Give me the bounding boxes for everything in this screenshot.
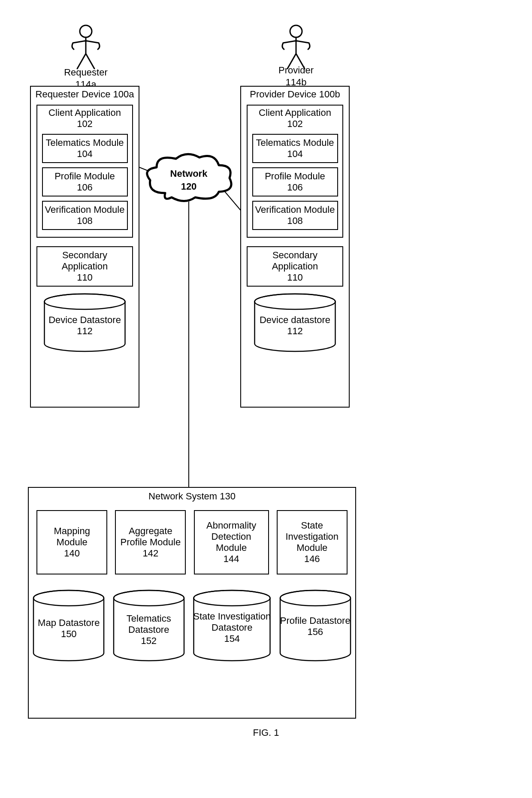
telematics-datastore-title: Telematics Datastore	[112, 613, 185, 635]
mapping-module-title: Mapping Module	[39, 526, 105, 548]
network-system-box: Network System 130 Mapping Module 140 Ag…	[28, 487, 356, 719]
requester-verification-box: Verification Module 108	[42, 201, 128, 230]
state-investigation-module-ref: 146	[279, 553, 345, 565]
requester-profile-box: Profile Module 106	[42, 167, 128, 196]
telematics-datastore-ref: 152	[112, 635, 185, 647]
requester-device-box: Requester Device 100a Client Application…	[30, 86, 139, 408]
profile-datastore: Profile Datastore 156	[279, 589, 352, 662]
provider-datastore-ref: 112	[253, 326, 337, 337]
abnormality-detection-module-title: Abnormality Detection Module	[196, 520, 266, 553]
map-datastore-title: Map Datastore	[32, 617, 105, 629]
provider-profile-title: Profile Module	[255, 171, 336, 182]
diagram-canvas: Requester 114a Provider 114b Requester D…	[0, 0, 532, 798]
provider-verification-box: Verification Module 108	[252, 201, 338, 230]
requester-device-datastore: Device Datastore 112	[43, 293, 127, 353]
state-investigation-datastore: State Investigation Datastore 154	[192, 589, 272, 662]
svg-point-3	[80, 25, 92, 37]
requester-device-title: Requester Device 100a	[31, 88, 139, 100]
state-investigation-datastore-title: State Investigation Datastore	[192, 611, 272, 633]
provider-client-app-box: Client Application 102 Telematics Module…	[247, 105, 343, 238]
provider-telematics-title: Telematics Module	[255, 137, 336, 148]
provider-secondary-app-box: Secondary Application 110	[247, 246, 343, 287]
map-datastore: Map Datastore 150	[32, 589, 105, 662]
profile-datastore-ref: 156	[279, 626, 352, 638]
provider-device-box: Provider Device 100b Client Application …	[240, 86, 350, 408]
requester-secondary-app-box: Secondary Application 110	[36, 246, 133, 287]
aggregate-profile-module-title: Aggregate Profile Module	[118, 526, 183, 548]
requester-datastore-title: Device Datastore	[43, 314, 127, 326]
profile-datastore-title: Profile Datastore	[279, 615, 352, 626]
aggregate-profile-module-box: Aggregate Profile Module 142	[115, 510, 186, 574]
provider-profile-box: Profile Module 106	[252, 167, 338, 196]
provider-verification-title: Verification Module	[255, 204, 336, 215]
provider-telematics-ref: 104	[255, 148, 336, 160]
requester-telematics-ref: 104	[45, 148, 125, 160]
requester-person-icon	[64, 24, 107, 71]
provider-device-title: Provider Device 100b	[241, 88, 349, 100]
requester-secondary-title: Secondary Application	[39, 250, 130, 272]
state-investigation-datastore-ref: 154	[192, 633, 272, 644]
provider-client-app-title: Client Application	[249, 107, 341, 118]
requester-client-app-box: Client Application 102 Telematics Module…	[36, 105, 133, 238]
provider-client-app-ref: 102	[249, 118, 341, 130]
provider-profile-ref: 106	[255, 182, 336, 193]
requester-verification-ref: 108	[45, 215, 125, 227]
provider-person-icon	[275, 24, 317, 71]
map-datastore-ref: 150	[32, 629, 105, 640]
mapping-module-box: Mapping Module 140	[36, 510, 107, 574]
requester-profile-ref: 106	[45, 182, 125, 193]
svg-point-4	[290, 25, 302, 37]
provider-secondary-title: Secondary Application	[249, 250, 341, 272]
requester-client-app-ref: 102	[39, 118, 130, 130]
provider-datastore-title: Device datastore	[253, 314, 337, 326]
requester-person-name: Requester	[43, 66, 129, 79]
requester-client-app-title: Client Application	[39, 107, 130, 118]
requester-profile-title: Profile Module	[45, 171, 125, 182]
mapping-module-ref: 140	[39, 548, 105, 559]
network-cloud: Network 120	[144, 152, 234, 206]
network-system-title: Network System 130	[29, 490, 355, 502]
abnormality-detection-module-box: Abnormality Detection Module 144	[194, 510, 269, 574]
telematics-datastore: Telematics Datastore 152	[112, 589, 185, 662]
provider-telematics-box: Telematics Module 104	[252, 134, 338, 163]
figure-caption: FIG. 1	[0, 727, 532, 738]
requester-telematics-title: Telematics Module	[45, 137, 125, 148]
provider-secondary-ref: 110	[249, 272, 341, 283]
requester-datastore-ref: 112	[43, 326, 127, 337]
state-investigation-module-title: State Investigation Module	[279, 520, 345, 553]
state-investigation-module-box: State Investigation Module 146	[277, 510, 348, 574]
provider-verification-ref: 108	[255, 215, 336, 227]
network-label: Network	[144, 168, 234, 180]
aggregate-profile-module-ref: 142	[118, 548, 183, 559]
provider-device-datastore: Device datastore 112	[253, 293, 337, 353]
provider-person-label: Provider 114b	[253, 64, 339, 88]
requester-secondary-ref: 110	[39, 272, 130, 283]
network-ref: 120	[144, 181, 234, 193]
abnormality-detection-module-ref: 144	[196, 553, 266, 565]
provider-person-name: Provider	[253, 64, 339, 76]
requester-verification-title: Verification Module	[45, 204, 125, 215]
requester-telematics-box: Telematics Module 104	[42, 134, 128, 163]
